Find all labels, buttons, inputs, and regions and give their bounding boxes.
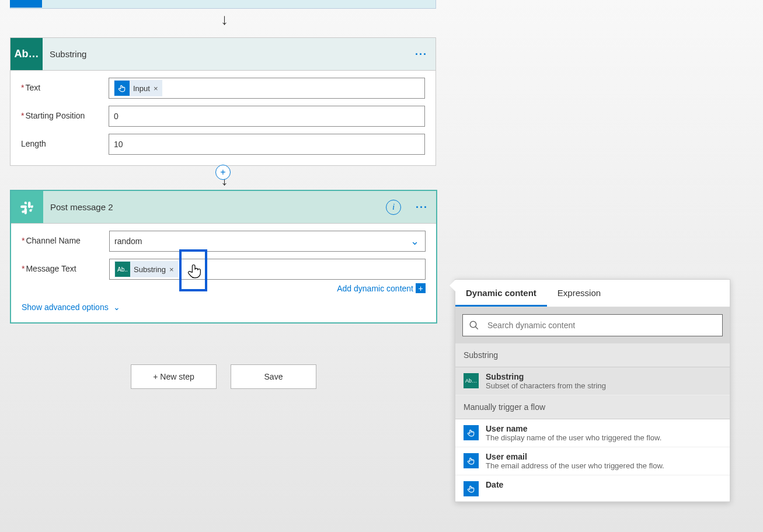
dc-section-header: Substring xyxy=(455,343,730,367)
channel-value: random xyxy=(114,237,142,246)
search-icon xyxy=(469,320,479,331)
dc-item-subtitle: The display name of the user who trigger… xyxy=(486,433,661,442)
dynamic-content-search[interactable] xyxy=(462,314,723,336)
dc-item[interactable]: Date xyxy=(455,475,730,502)
add-dynamic-content-link[interactable]: Add dynamic content + xyxy=(109,283,426,293)
postmessage-card[interactable]: Post message 2 i ··· *Channel Name rando… xyxy=(10,190,437,324)
add-dynamic-plus-icon: + xyxy=(416,283,426,293)
manual-trigger-icon xyxy=(464,481,479,496)
manual-trigger-icon xyxy=(464,453,479,468)
token-label: Input xyxy=(133,84,150,93)
manual-trigger-icon xyxy=(114,81,130,96)
slack-icon xyxy=(11,191,43,223)
dc-item-subtitle: Subset of characters from the string xyxy=(486,381,606,390)
previous-card-partial xyxy=(10,0,436,9)
search-input[interactable] xyxy=(486,320,716,331)
new-step-button[interactable]: + New step xyxy=(131,364,217,389)
token-label-2: Substring xyxy=(134,265,166,274)
svg-line-1 xyxy=(475,326,478,329)
substring-header[interactable]: Ab… Substring ··· xyxy=(11,38,435,71)
panel-pointer xyxy=(450,280,455,291)
dc-item[interactable]: Ab…SubstringSubset of characters from th… xyxy=(455,367,730,395)
manual-trigger-icon xyxy=(464,425,479,440)
substring-token-icon: Ab.. xyxy=(115,262,130,277)
msgtext-label: *Message Text xyxy=(22,259,109,273)
substring-token-remove[interactable]: × xyxy=(169,265,174,274)
dc-item-title: Substring xyxy=(486,372,606,381)
chevron-down-icon: ⌄ xyxy=(410,235,419,248)
dc-item-title: User name xyxy=(486,424,661,433)
substring-title: Substring xyxy=(50,49,86,59)
input-token[interactable]: Input × xyxy=(114,80,162,96)
action-buttons: + New step Save xyxy=(131,364,316,389)
info-icon[interactable]: i xyxy=(386,200,401,215)
previous-card-icon xyxy=(10,0,42,8)
dynamic-content-list[interactable]: SubstringAb…SubstringSubset of character… xyxy=(455,343,730,502)
card-menu-button[interactable]: ··· xyxy=(415,48,427,60)
token-remove-icon[interactable]: × xyxy=(154,84,158,93)
substring-token[interactable]: Ab.. Substring × xyxy=(114,261,178,277)
startpos-label: *Starting Position xyxy=(21,106,109,120)
startpos-input[interactable]: 0 xyxy=(109,106,425,127)
arrow-down-icon: ↓ xyxy=(221,11,228,29)
startpos-value: 0 xyxy=(114,112,119,121)
card-menu-button-2[interactable]: ··· xyxy=(416,201,428,213)
dc-item[interactable]: User emailThe email address of the user … xyxy=(455,447,730,475)
msgtext-input[interactable]: Ab.. Substring × xyxy=(109,259,426,280)
icon-text: Ab… xyxy=(15,48,39,60)
channel-select[interactable]: random ⌄ xyxy=(109,231,426,252)
substring-card-icon: Ab… xyxy=(11,38,43,70)
add-step-button[interactable]: + xyxy=(215,165,231,180)
length-value: 10 xyxy=(114,140,123,149)
tab-expression[interactable]: Expression xyxy=(547,280,611,307)
dc-item-subtitle: The email address of the user who trigge… xyxy=(486,461,664,470)
substring-card[interactable]: Ab… Substring ··· *Text Input × xyxy=(10,37,436,166)
channel-label: *Channel Name xyxy=(22,231,109,245)
save-button[interactable]: Save xyxy=(231,364,316,389)
dc-item-title: User email xyxy=(486,452,664,461)
text-field-label: *Text xyxy=(21,78,109,92)
dynamic-content-panel: Dynamic content Expression SubstringAb…S… xyxy=(455,279,730,502)
svg-point-0 xyxy=(470,321,476,328)
dc-section-header: Manually trigger a flow xyxy=(455,395,730,419)
text-field-input[interactable]: Input × xyxy=(109,78,425,99)
length-input[interactable]: 10 xyxy=(109,134,425,155)
length-label: Length xyxy=(21,134,109,148)
show-advanced-options[interactable]: Show advanced options ⌄ xyxy=(22,302,120,312)
substring-icon: Ab… xyxy=(464,373,479,388)
dc-item[interactable]: User nameThe display name of the user wh… xyxy=(455,419,730,447)
postmessage-header[interactable]: Post message 2 i ··· xyxy=(11,191,436,224)
postmessage-title: Post message 2 xyxy=(50,202,113,212)
chevron-down-icon-2: ⌄ xyxy=(113,302,120,312)
dc-item-title: Date xyxy=(486,480,503,489)
tab-dynamic-content[interactable]: Dynamic content xyxy=(455,280,547,307)
